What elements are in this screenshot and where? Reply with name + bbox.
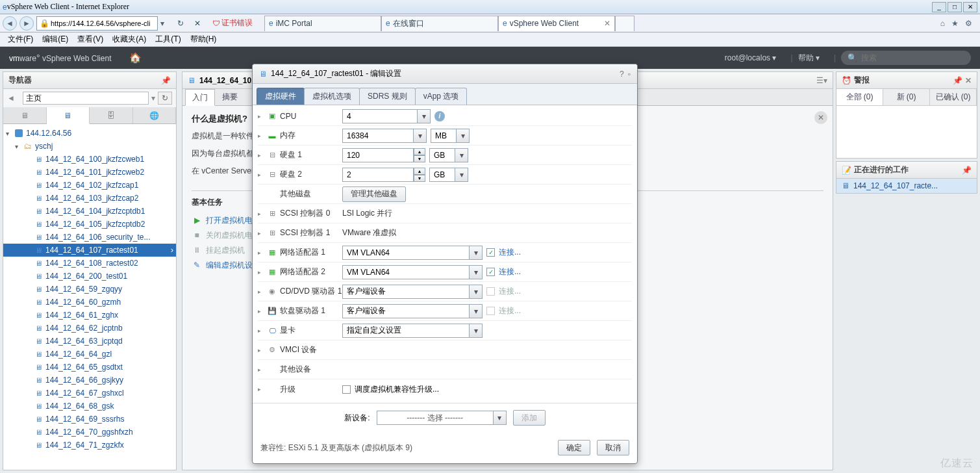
new-device-dropdown[interactable]: ▾ <box>494 411 507 425</box>
ie-menu-item[interactable]: 文件(F) <box>4 34 37 45</box>
url-dropdown[interactable]: ▾ <box>160 19 171 28</box>
tree-vm-item[interactable]: 🖥144_12_64_105_jkzfzcptdb2 <box>3 218 176 231</box>
ie-address-bar[interactable]: 🔒 <box>36 16 158 31</box>
pin-icon[interactable]: 📌 <box>953 76 962 85</box>
url-input[interactable] <box>51 19 155 27</box>
close-icon[interactable]: ✕ <box>965 76 972 85</box>
video-dropdown[interactable]: ▾ <box>470 324 483 338</box>
dialog-tab[interactable]: 虚拟机选项 <box>304 88 360 105</box>
tree-root[interactable]: ▾144.12.64.56 <box>3 127 176 140</box>
tree-vm-item[interactable]: 🖥144_12_64_66_gsjkyy <box>3 374 176 387</box>
breadcrumb[interactable]: 主页 <box>23 92 149 105</box>
disk2-unit[interactable]: GB <box>429 168 455 182</box>
window-close-button[interactable]: ✕ <box>963 2 977 12</box>
stop-button[interactable]: ✕ <box>190 16 205 31</box>
tree-vm-item[interactable]: 🖥144_12_64_61_zghx <box>3 309 176 322</box>
nic1-connect-checkbox[interactable] <box>486 248 495 257</box>
search-input[interactable] <box>861 53 959 62</box>
upgrade-checkbox[interactable] <box>342 385 351 394</box>
new-device-select[interactable]: ------- 选择 ------- <box>377 411 494 425</box>
nav-tab-hosts[interactable]: 🖥 <box>3 107 47 123</box>
nic2-connect-label[interactable]: 连接... <box>499 266 521 277</box>
nic1-dropdown[interactable]: ▾ <box>470 246 483 260</box>
video-value[interactable]: 指定自定义设置 <box>342 324 470 338</box>
dialog-tab[interactable]: 虚拟硬件 <box>257 88 305 105</box>
tree-vm-item[interactable]: 🖥144_12_64_62_jcptnb <box>3 322 176 335</box>
tree-vm-item[interactable]: 🖥144_12_64_65_gsdtxt <box>3 361 176 374</box>
help-menu[interactable]: 帮助 ▾ <box>798 53 820 64</box>
tree-vm-item[interactable]: 🖥144_12_64_71_zgzkfx <box>3 439 176 452</box>
cpu-dropdown[interactable]: ▾ <box>418 109 431 123</box>
tree-vm-item[interactable]: 🖥144_12_64_70_ggshfxzh <box>3 426 176 439</box>
ie-tab[interactable]: e在线窗口 <box>381 16 498 31</box>
tree-vm-item[interactable]: 🖥144_12_64_102_jkzfzcap1 <box>3 179 176 192</box>
dialog-titlebar[interactable]: 🖥 144_12_64_107_ractest01 - 编辑设置 ? ▫ <box>253 64 637 84</box>
disk2-input[interactable] <box>342 168 414 182</box>
memory-input[interactable] <box>342 129 414 143</box>
alarm-tab-new[interactable]: 新 (0) <box>883 89 930 105</box>
home-icon[interactable]: 🏠 <box>129 52 142 64</box>
tree-vm-item[interactable]: 🖥144_12_64_69_sssrhs <box>3 413 176 426</box>
close-intro-button[interactable]: ✕ <box>814 111 827 124</box>
pin-icon[interactable]: 📌 <box>962 166 972 175</box>
tree-vm-item[interactable]: 🖥144_12_64_103_jkzfzcap2 <box>3 192 176 205</box>
alarm-tab-all[interactable]: 全部 (0) <box>836 89 883 105</box>
ie-menu-item[interactable]: 工具(T) <box>151 34 184 45</box>
disk1-unit[interactable]: GB <box>429 148 455 162</box>
tree-vm-item[interactable]: 🖥144_12_64_67_gshxcl <box>3 387 176 400</box>
tree-vm-item[interactable]: 🖥144_12_64_107_ractest01› <box>3 244 176 257</box>
window-minimize-button[interactable]: _ <box>932 2 946 12</box>
spin-up[interactable]: ▲ <box>414 148 425 155</box>
history-button[interactable]: ↻ <box>158 92 172 105</box>
floppy-value[interactable]: 客户端设备 <box>342 304 470 318</box>
content-tab[interactable]: 入门 <box>185 89 215 106</box>
global-search[interactable]: 🔍 <box>841 51 971 65</box>
spin-up[interactable]: ▲ <box>414 168 425 175</box>
alarm-tab-ack[interactable]: 已确认 (0) <box>930 89 977 105</box>
close-icon[interactable]: ✕ <box>604 19 610 28</box>
user-menu[interactable]: root@localos ▾ <box>725 53 777 62</box>
help-icon[interactable]: ? <box>620 70 624 79</box>
nic2-connect-checkbox[interactable] <box>486 268 495 276</box>
info-icon[interactable]: i <box>434 111 445 121</box>
spin-down[interactable]: ▼ <box>414 155 425 162</box>
tree-vm-item[interactable]: 🖥144_12_64_101_jkzfzcweb2 <box>3 166 176 179</box>
new-tab-button[interactable] <box>615 16 634 31</box>
tree-vm-item[interactable]: 🖥144_12_64_59_zgqyy <box>3 283 176 296</box>
ie-menu-item[interactable]: 编辑(E) <box>38 34 72 45</box>
ie-menu-item[interactable]: 帮助(H) <box>186 34 221 45</box>
cdrom-dropdown[interactable]: ▾ <box>470 285 483 299</box>
ie-tab[interactable]: eiMC Portal <box>264 16 381 31</box>
ie-home-icon[interactable]: ⌂ <box>940 19 945 28</box>
floppy-dropdown[interactable]: ▾ <box>470 304 483 318</box>
nic2-value[interactable]: VM VLAN64 <box>342 265 470 279</box>
breadcrumb-dropdown[interactable]: ▾ <box>151 94 155 103</box>
cert-error-badge[interactable]: 🛡 证书错误 <box>207 18 258 29</box>
dialog-tab[interactable]: SDRS 规则 <box>359 88 416 105</box>
nic1-value[interactable]: VM VLAN64 <box>342 246 470 260</box>
content-tab[interactable]: 摘要 <box>215 89 245 105</box>
ie-forward-button[interactable]: ► <box>19 16 34 31</box>
tree-vm-item[interactable]: 🖥144_12_64_68_gsk <box>3 400 176 413</box>
nav-back-icon[interactable]: ◄ <box>7 94 20 103</box>
memory-unit-dropdown[interactable]: ▾ <box>457 129 470 143</box>
pin-icon[interactable]: 📌 <box>161 76 171 85</box>
dialog-tab[interactable]: vApp 选项 <box>415 88 468 105</box>
nav-tab-vms[interactable]: 🖥 <box>47 107 90 124</box>
ie-favorites-icon[interactable]: ★ <box>951 19 959 28</box>
nav-tab-network[interactable]: 🌐 <box>133 107 177 123</box>
tree-vm-item[interactable]: 🖥144_12_64_63_jcptqd <box>3 335 176 348</box>
tree-vm-item[interactable]: 🖥144_12_64_106_security_te... <box>3 231 176 244</box>
tree-vm-item[interactable]: 🖥144_12_64_108_ractest02 <box>3 257 176 270</box>
manage-disks-button[interactable]: 管理其他磁盘 <box>342 186 406 202</box>
spin-down[interactable]: ▼ <box>414 175 425 182</box>
ie-tab[interactable]: evSphere Web Client✕ <box>498 16 615 31</box>
maximize-icon[interactable]: ▫ <box>628 70 631 79</box>
cancel-button[interactable]: 取消 <box>597 440 629 455</box>
tree-vm-item[interactable]: 🖥144_12_64_200_test01 <box>3 270 176 283</box>
tree-vm-item[interactable]: 🖥144_12_64_64_gzl <box>3 348 176 361</box>
memory-unit[interactable]: MB <box>431 129 457 143</box>
disk1-unit-dropdown[interactable]: ▾ <box>455 148 468 162</box>
tree-vm-item[interactable]: 🖥144_12_64_100_jkzfzcweb1 <box>3 153 176 166</box>
cdrom-value[interactable]: 客户端设备 <box>342 285 470 299</box>
